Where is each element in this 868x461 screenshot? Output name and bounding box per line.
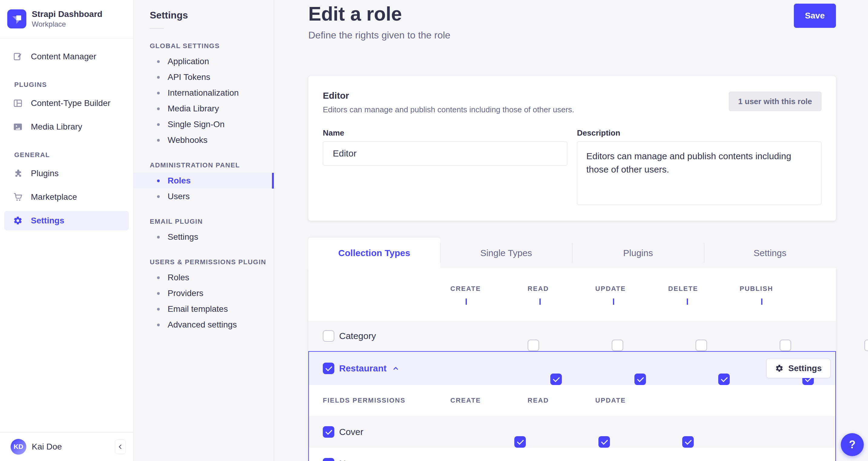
- subnav-section-title: GLOBAL SETTINGS: [150, 42, 274, 50]
- subnav-item-application[interactable]: Application: [133, 54, 274, 69]
- subnav-item-roles[interactable]: Roles: [133, 173, 274, 189]
- subnav-item-media-library[interactable]: Media Library: [133, 101, 274, 117]
- sidebar-item-content-type-builder[interactable]: Content-Type Builder: [4, 93, 129, 113]
- bullet-icon: [157, 76, 160, 79]
- page-header: Edit a role Define the rights given to t…: [308, 3, 836, 41]
- subnav-section-title: USERS & PERMISSIONS PLUGIN: [150, 258, 274, 266]
- tab-settings[interactable]: Settings: [704, 238, 836, 268]
- subnav-item-label: Advanced settings: [167, 320, 237, 329]
- save-button[interactable]: Save: [794, 4, 836, 28]
- bullet-icon: [157, 139, 160, 142]
- category-create-checkbox[interactable]: [528, 340, 539, 351]
- category-update-checkbox[interactable]: [695, 340, 707, 351]
- sidebar-item-label: Content-Type Builder: [31, 98, 111, 108]
- subnav-item-label: Users: [167, 192, 190, 201]
- bullet-icon: [157, 92, 160, 94]
- subnav-item-email-templates[interactable]: Email templates: [133, 301, 274, 317]
- page-subtitle: Define the rights given to the role: [308, 30, 836, 41]
- subnav-item-label: Settings: [167, 232, 198, 242]
- sidebar-item-settings[interactable]: Settings: [4, 211, 129, 230]
- select-all-update-checkbox[interactable]: [613, 298, 614, 305]
- category-publish-checkbox[interactable]: [864, 340, 868, 351]
- chevron-left-icon: [117, 444, 123, 450]
- subnav-section-title: EMAIL PLUGIN: [150, 218, 274, 226]
- subnav-section-users-permissions-plugin: USERS & PERMISSIONS PLUGIN Roles Provide…: [133, 258, 274, 333]
- user-name: Kai Doe: [32, 442, 110, 452]
- sidebar-section-plugins: PLUGINS: [14, 81, 133, 89]
- subnav-item-advanced-settings[interactable]: Advanced settings: [133, 317, 274, 333]
- subnav-item-single-sign-on[interactable]: Single Sign-On: [133, 117, 274, 132]
- subnav-item-label: Application: [167, 57, 209, 66]
- subnav-item-label: Webhooks: [167, 135, 208, 145]
- select-all-publish-checkbox[interactable]: [761, 298, 763, 305]
- select-all-read-checkbox[interactable]: [539, 298, 541, 305]
- row-label: Category: [339, 331, 376, 341]
- sidebar-item-plugins[interactable]: Plugins: [4, 164, 129, 183]
- sidebar-item-media-library[interactable]: Media Library: [4, 117, 129, 137]
- fields-column-update: UPDATE: [586, 397, 635, 404]
- row-label: Name: [339, 459, 363, 461]
- subnav-item-email-settings[interactable]: Settings: [133, 229, 274, 245]
- subnav-item-label: Media Library: [167, 104, 219, 114]
- settings-gear-icon: [13, 216, 23, 226]
- sidebar-item-marketplace[interactable]: Marketplace: [4, 188, 129, 207]
- subnav-item-label: Email templates: [167, 304, 228, 314]
- category-read-checkbox[interactable]: [612, 340, 623, 351]
- bullet-icon: [157, 276, 160, 279]
- permissions-tabs: Collection Types Single Types Plugins Se…: [308, 238, 836, 268]
- sidebar-collapse-button[interactable]: [115, 439, 126, 454]
- help-button[interactable]: ?: [841, 433, 864, 456]
- avatar[interactable]: KD: [10, 439, 26, 455]
- sidebar-footer: KD Kai Doe: [0, 432, 133, 461]
- restaurant-create-checkbox[interactable]: [550, 374, 562, 385]
- column-header-read: READ: [514, 285, 562, 293]
- cover-row-checkbox[interactable]: [323, 426, 334, 438]
- tab-collection-types[interactable]: Collection Types: [308, 238, 440, 268]
- subnav-item-users[interactable]: Users: [133, 189, 274, 204]
- fields-column-read: READ: [514, 397, 562, 404]
- role-description-textarea[interactable]: Editors can manage and publish contents …: [577, 141, 822, 205]
- restaurant-read-checkbox[interactable]: [634, 374, 646, 385]
- users-with-role-button[interactable]: 1 user with this role: [729, 92, 822, 111]
- category-row-checkbox[interactable]: [323, 330, 334, 342]
- main-content: Edit a role Define the rights given to t…: [274, 0, 868, 461]
- subnav-item-providers[interactable]: Providers: [133, 285, 274, 301]
- subnav-title: Settings: [150, 10, 274, 21]
- cover-create-checkbox[interactable]: [514, 436, 526, 448]
- tab-plugins[interactable]: Plugins: [572, 238, 704, 268]
- role-card: Editor Editors can manage and publish co…: [308, 76, 836, 221]
- subnav-item-api-tokens[interactable]: API Tokens: [133, 69, 274, 85]
- bullet-icon: [157, 292, 160, 295]
- name-row-checkbox[interactable]: [323, 458, 334, 461]
- app-title: Strapi Dashboard: [32, 9, 102, 19]
- content-type-builder-icon: [13, 98, 23, 108]
- gear-icon: [775, 364, 783, 373]
- chevron-up-icon[interactable]: [392, 365, 399, 372]
- fields-permissions-title: FIELDS PERMISSIONS: [323, 397, 405, 404]
- role-name-input[interactable]: [323, 141, 567, 166]
- bullet-icon: [157, 195, 160, 198]
- sidebar-section-general: GENERAL: [14, 151, 133, 159]
- select-all-delete-checkbox[interactable]: [687, 298, 688, 305]
- select-all-create-checkbox[interactable]: [466, 298, 467, 305]
- tab-single-types[interactable]: Single Types: [440, 238, 572, 268]
- subnav-section-email-plugin: EMAIL PLUGIN Settings: [133, 218, 274, 245]
- category-delete-checkbox[interactable]: [780, 340, 791, 351]
- plugins-icon: [13, 169, 23, 178]
- subnav-section-global-settings: GLOBAL SETTINGS Application API Tokens I…: [133, 42, 274, 148]
- restaurant-settings-button[interactable]: Settings: [766, 359, 831, 378]
- subnav-item-internationalization[interactable]: Internationalization: [133, 85, 274, 101]
- bullet-icon: [157, 60, 160, 63]
- subnav-item-webhooks[interactable]: Webhooks: [133, 132, 274, 148]
- restaurant-update-checkbox[interactable]: [718, 374, 730, 385]
- sidebar-item-content-manager[interactable]: Content Manager: [4, 47, 129, 66]
- subnav-item-label: Roles: [167, 176, 191, 185]
- cover-update-checkbox[interactable]: [682, 436, 694, 448]
- main-sidebar: Strapi Dashboard Workplace Content Manag…: [0, 0, 133, 461]
- fields-permissions-header: FIELDS PERMISSIONS CREATE READ UPDATE: [309, 385, 835, 416]
- subnav-item-label: Single Sign-On: [167, 120, 224, 129]
- cover-read-checkbox[interactable]: [598, 436, 610, 448]
- restaurant-row-checkbox[interactable]: [323, 363, 334, 374]
- workspace-brand[interactable]: Strapi Dashboard Workplace: [0, 0, 133, 38]
- subnav-item-up-roles[interactable]: Roles: [133, 270, 274, 285]
